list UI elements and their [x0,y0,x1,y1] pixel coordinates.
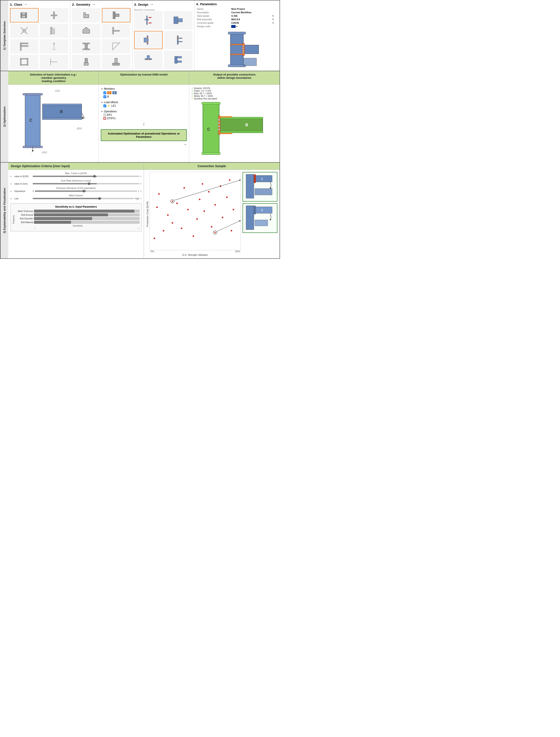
design-code-dropdown[interactable]: ▾ [236,25,237,28]
le1-item[interactable]: ⚡ LE1 [101,104,187,107]
class-item-8[interactable] [40,55,68,69]
slider-costs-bar[interactable] [33,176,139,177]
slider-emission-chevron[interactable]: > [140,190,142,192]
slider-plate-bar[interactable] [33,183,139,184]
dot-16 [208,191,210,192]
member-b-label: B [107,95,109,98]
load-effects-triangle: ▼ [101,101,103,104]
steel-edit-icon[interactable]: ✎ [272,15,274,17]
sens-bolt-amount-fill [34,213,108,216]
class-item-4[interactable] [40,24,68,38]
svg-rect-30 [113,12,115,19]
svg-rect-46 [149,23,151,23]
class-item-2[interactable] [40,8,68,22]
dot-21 [226,196,228,198]
design-item-5[interactable] [134,51,163,69]
operations-triangle: ▼ [101,110,103,113]
slider-weld-bar[interactable] [33,198,134,199]
svg-marker-21 [53,42,55,44]
design-item-2[interactable] [164,11,192,30]
member-c-badge: C [107,91,111,94]
geo-item-3[interactable] [72,24,101,38]
geo-item-2[interactable] [102,8,130,22]
member-b-checkbox[interactable] [103,95,106,98]
class-item-3[interactable] [10,24,39,38]
class-item-1[interactable] [10,8,39,22]
svg-rect-57 [178,41,182,42]
design-item-1[interactable] [134,11,163,30]
concrete-edit-icon[interactable]: ✎ [272,22,274,24]
scatter-arrows-svg [150,172,241,250]
slider-emission-bar[interactable] [35,191,137,192]
s2-header-3: Output of possible connectionswithin des… [189,71,280,84]
geo-item-8[interactable] [102,55,130,69]
slider-plate-row[interactable]: v value in (mm) > [10,182,142,185]
slider-plate-v: v [10,183,13,185]
slider-emission-row[interactable]: v Importance 0 1 > [10,190,142,192]
slider-costs-section: Max. Costs in (EUR) v value in (EUR) > [10,172,142,179]
dot-14 [202,183,203,185]
dot-17 [211,226,212,228]
svg-point-104 [218,129,220,130]
svg-rect-65 [177,61,182,62]
svg-text:B: B [60,110,63,114]
class-item-6[interactable] [40,39,68,54]
scatter-x-min: 70% [150,250,154,253]
svg-rect-44 [145,19,149,20]
le1-checkbox[interactable] [103,105,106,107]
svg-text:-15.0: -15.0 [41,151,47,154]
geo-item-4[interactable] [102,24,130,38]
slider-weld-chevron[interactable]: > [140,197,142,200]
slider-plate-chevron[interactable]: > [140,182,142,185]
svg-rect-60 [147,56,150,59]
svg-rect-70 [242,43,245,56]
design-item-6[interactable] [164,51,192,69]
bolt-edit-icon[interactable]: ✎ [272,18,274,21]
sensitivity-x-label: Sensitivity [16,225,140,227]
member-c-item[interactable]: C C [101,91,187,94]
svg-rect-96 [203,102,219,155]
sens-row-bolt-amount: Bolt Amount [16,213,140,216]
analysis-stats: ✓ Analysis 100.0% ✓ Flates 1.9 < 5.0% ✓ … [191,87,277,100]
svg-rect-68 [228,65,246,67]
slider-costs-chevron[interactable]: > [140,175,142,178]
class-header: 1. Class → [10,2,68,7]
svg-text:C: C [207,127,210,132]
class-item-7[interactable] [10,55,39,69]
member-c-checkbox[interactable] [103,91,106,94]
analysis-val: 100.0% [203,87,210,89]
svg-point-74 [242,52,244,53]
design-item-3[interactable] [134,31,163,49]
svg-rect-6 [53,12,55,19]
geo-item-7[interactable] [72,55,101,69]
ep1-label: EP1 [107,113,112,117]
down-arrow-1: ↓ [101,121,187,126]
svg-rect-49 [178,18,179,19]
svg-text:2: 2 [261,177,263,181]
svg-point-72 [242,48,244,49]
class-item-5[interactable] [10,39,39,54]
sens-weld-bar [34,210,140,213]
svg-rect-56 [178,38,182,39]
geo-item-5[interactable] [72,39,101,54]
geo-item-1[interactable] [72,8,101,22]
member-b-item[interactable]: B [101,95,187,98]
dot-1 [153,238,155,239]
geo-item-6[interactable] [102,39,130,54]
svg-rect-66 [230,32,243,67]
slider-weld-row[interactable]: v Low High > [10,197,142,200]
desc-label: Description [196,11,230,14]
design-column: 3. Design → Moment connection [132,0,194,71]
svg-rect-54 [147,42,148,43]
slider-costs-row[interactable]: v value in (EUR) > [10,175,142,178]
buckling-label: Buckling [194,98,202,100]
stiff1-item[interactable]: STIFF1 [101,117,187,120]
svg-rect-10 [51,27,52,34]
slider-plate-section: End Plate thickness in (mm) v value in (… [10,179,142,186]
svg-rect-83 [42,104,82,106]
sens-weld-label: Weld Thickness [16,210,33,213]
dot-2 [156,207,158,208]
design-item-4[interactable] [164,31,192,49]
svg-rect-86 [25,93,40,148]
ep1-item[interactable]: EP1 [101,113,187,117]
